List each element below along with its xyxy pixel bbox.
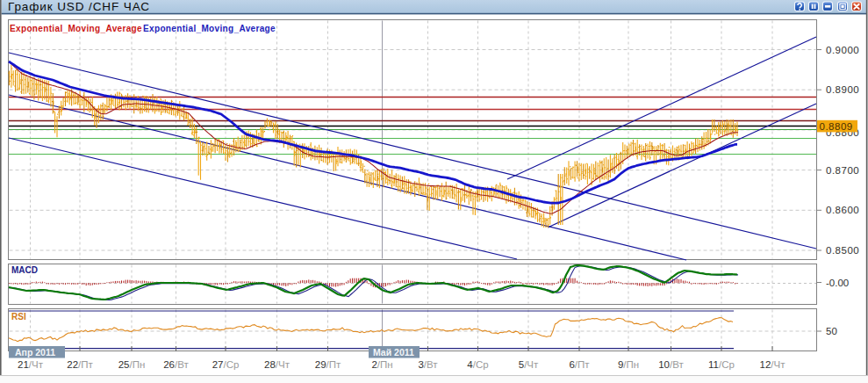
svg-text:RSI: RSI: [11, 312, 26, 322]
svg-text:0.8809: 0.8809: [820, 121, 853, 132]
svg-text:12/Чт: 12/Чт: [760, 359, 786, 370]
svg-text:3/Вт: 3/Вт: [418, 359, 438, 370]
svg-text:Май 2011: Май 2011: [373, 347, 414, 358]
svg-text:11/Ср: 11/Ср: [708, 359, 735, 370]
svg-text:График USD /CHF ЧАС: График USD /CHF ЧАС: [8, 0, 150, 13]
svg-text:6/Пт: 6/Пт: [569, 359, 590, 370]
svg-text:27/Ср: 27/Ср: [212, 359, 240, 370]
svg-text:4/Ср: 4/Ср: [467, 359, 488, 370]
svg-text:Апр 2011: Апр 2011: [15, 347, 55, 358]
svg-text:5/Чт: 5/Чт: [519, 359, 539, 370]
svg-text:MACD: MACD: [11, 265, 38, 275]
svg-text:29/Пт: 29/Пт: [315, 359, 341, 370]
svg-text:0.8500: 0.8500: [826, 245, 859, 256]
svg-text:28/Чт: 28/Чт: [264, 359, 291, 370]
svg-text:Exponential_Moving_Average: Exponential_Moving_Average: [10, 24, 142, 33]
svg-text:21/Чт: 21/Чт: [18, 359, 44, 370]
svg-text:0.8600: 0.8600: [826, 205, 859, 215]
svg-text:9/Пн: 9/Пн: [618, 359, 639, 370]
svg-text:0.9000: 0.9000: [826, 45, 859, 55]
svg-text:0.8700: 0.8700: [826, 165, 859, 176]
svg-text:0.8900: 0.8900: [826, 84, 859, 95]
svg-text:2/Пн: 2/Пн: [371, 359, 392, 370]
svg-text:22/Пт: 22/Пт: [67, 359, 93, 370]
svg-text:50: 50: [826, 326, 837, 336]
svg-text:26/Вт: 26/Вт: [163, 359, 189, 370]
svg-text:10/Вт: 10/Вт: [658, 359, 684, 370]
svg-text:25/Пн: 25/Пн: [118, 359, 146, 370]
svg-text:-0.00: -0.00: [826, 278, 849, 288]
svg-text:Exponential_Moving_Average: Exponential_Moving_Average: [143, 24, 276, 33]
